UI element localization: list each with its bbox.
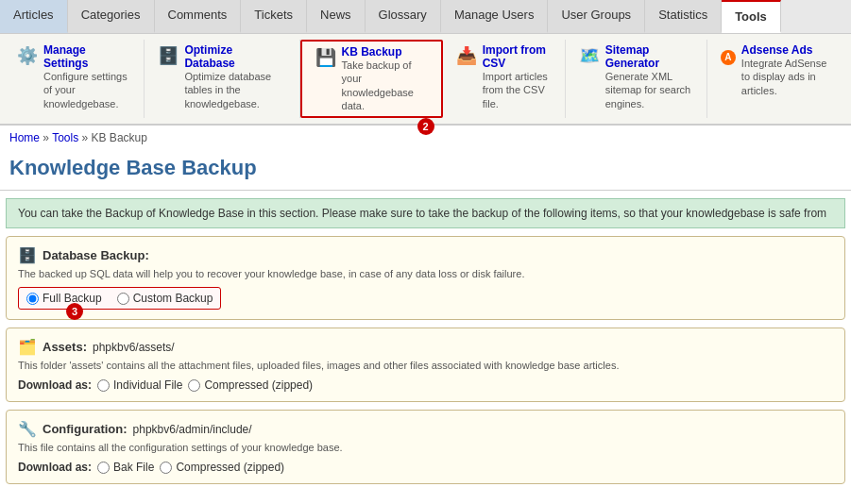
- submenu-kb-backup-title: KB Backup: [342, 45, 428, 59]
- assets-title: Assets:: [43, 340, 87, 354]
- full-backup-option[interactable]: Full Backup: [26, 292, 102, 305]
- nav-news[interactable]: News: [307, 0, 366, 33]
- config-bak-option[interactable]: Bak File: [97, 461, 154, 474]
- adsense-icon: A: [721, 45, 736, 65]
- config-bak-radio[interactable]: [97, 462, 110, 474]
- submenu-kb-backup-desc: Take backup of your knowledgebase data.: [342, 59, 428, 112]
- nav-categories[interactable]: Categories: [68, 0, 155, 33]
- backup-icon: 💾: [315, 47, 336, 68]
- config-compressed-radio[interactable]: [160, 462, 172, 474]
- submenu-adsense-desc: Integrate AdSense to display ads in arti…: [741, 57, 834, 97]
- submenu-manage-settings-desc: Configure settings of your knowledgebase…: [43, 70, 130, 110]
- submenu-import-title: Import from CSV: [483, 43, 552, 70]
- database-section-icon: 🗄️: [18, 246, 37, 264]
- backup-type-radio-group: Full Backup Custom Backup 3: [18, 287, 221, 310]
- submenu-adsense[interactable]: A Adsense Ads Integrate AdSense to displ…: [707, 40, 847, 118]
- database-backup-section: 🗄️ Database Backup: The backed up SQL da…: [6, 236, 845, 320]
- submenu-kb-backup[interactable]: 💾 KB Backup Take backup of your knowledg…: [300, 40, 443, 118]
- configuration-desc: This file contains all the configuration…: [18, 442, 833, 453]
- config-compressed-label: Compressed (zipped): [176, 461, 284, 474]
- assets-path: phpkbv6/assets/: [93, 341, 175, 354]
- config-compressed-option[interactable]: Compressed (zipped): [160, 461, 284, 474]
- database-backup-desc: The backed up SQL data will help you to …: [18, 268, 833, 279]
- nav-comments[interactable]: Comments: [155, 0, 242, 33]
- custom-backup-option[interactable]: Custom Backup: [117, 292, 213, 305]
- submenu-sitemap[interactable]: 🗺️ Sitemap Generator Generate XML sitema…: [566, 40, 707, 118]
- config-download-row: Download as: Bak File Compressed (zipped…: [18, 461, 833, 474]
- configuration-path: phpkbv6/admin/include/: [133, 423, 252, 436]
- submenu-optimize-title: Optimize Database: [184, 43, 285, 70]
- nav-tools[interactable]: Tools: [722, 0, 781, 33]
- custom-backup-radio[interactable]: [117, 293, 129, 305]
- submenu-sitemap-title: Sitemap Generator: [605, 43, 693, 70]
- assets-download-row: Download as: Individual File Compressed …: [18, 378, 833, 392]
- breadcrumb-home[interactable]: Home: [9, 131, 40, 144]
- submenu-sitemap-desc: Generate XML sitemap for search engines.: [605, 70, 693, 110]
- submenu-import-desc: Import articles from the CSV file.: [483, 70, 552, 110]
- submenu-optimize-desc: Optimize database tables in the knowledg…: [184, 70, 285, 110]
- submenu-import-csv[interactable]: 📥 Import from CSV Import articles from t…: [443, 40, 566, 118]
- assets-compressed-label: Compressed (zipped): [204, 378, 313, 392]
- assets-compressed-option[interactable]: Compressed (zipped): [188, 378, 313, 392]
- top-navigation: Articles Categories Comments Tickets New…: [0, 0, 851, 34]
- config-download-label: Download as:: [18, 461, 92, 474]
- assets-download-label: Download as:: [18, 378, 92, 392]
- submenu-manage-settings-title: Manage Settings: [43, 43, 130, 70]
- nav-statistics[interactable]: Statistics: [645, 0, 722, 33]
- submenu-manage-settings[interactable]: ⚙️ Manage Settings Configure settings of…: [4, 40, 145, 118]
- sitemap-icon: 🗺️: [579, 45, 600, 66]
- submenu-adsense-title: Adsense Ads: [741, 43, 834, 57]
- assets-individual-option[interactable]: Individual File: [97, 378, 182, 392]
- nav-articles[interactable]: Articles: [0, 0, 68, 33]
- assets-desc: This folder 'assets' contains all the at…: [18, 360, 833, 371]
- full-backup-radio[interactable]: [26, 293, 39, 305]
- breadcrumb-current: KB Backup: [92, 131, 147, 144]
- configuration-icon: 🔧: [18, 420, 37, 438]
- assets-individual-radio[interactable]: [97, 379, 110, 392]
- breadcrumb-tools[interactable]: Tools: [52, 131, 78, 144]
- nav-manage-users[interactable]: Manage Users: [441, 0, 549, 33]
- nav-glossary[interactable]: Glossary: [366, 0, 441, 33]
- settings-icon: ⚙️: [17, 45, 38, 66]
- page-title: Knowledge Base Backup: [0, 150, 851, 191]
- nav-tickets[interactable]: Tickets: [241, 0, 307, 33]
- assets-individual-label: Individual File: [113, 378, 182, 392]
- info-box: You can take the Backup of Knowledge Bas…: [6, 198, 845, 228]
- nav-user-groups[interactable]: User Groups: [548, 0, 645, 33]
- configuration-section: 🔧 Configuration: phpkbv6/admin/include/ …: [6, 410, 845, 484]
- import-icon: 📥: [456, 45, 477, 66]
- assets-icon: 🗂️: [18, 338, 37, 356]
- assets-section: 🗂️ Assets: phpkbv6/assets/ This folder '…: [6, 328, 845, 402]
- step2-badge: 2: [417, 118, 434, 135]
- submenu-optimize-database[interactable]: 🗄️ Optimize Database Optimize database t…: [145, 40, 299, 118]
- database-icon: 🗄️: [158, 45, 179, 66]
- configuration-title: Configuration:: [43, 422, 128, 436]
- submenu: ⚙️ Manage Settings Configure settings of…: [0, 34, 851, 126]
- main-content: 🗄️ Database Backup: The backed up SQL da…: [0, 236, 851, 501]
- step3-badge: 3: [66, 303, 83, 320]
- custom-backup-label: Custom Backup: [133, 292, 213, 305]
- config-bak-label: Bak File: [113, 461, 154, 474]
- database-backup-title: Database Backup:: [43, 248, 149, 262]
- assets-compressed-radio[interactable]: [188, 379, 200, 392]
